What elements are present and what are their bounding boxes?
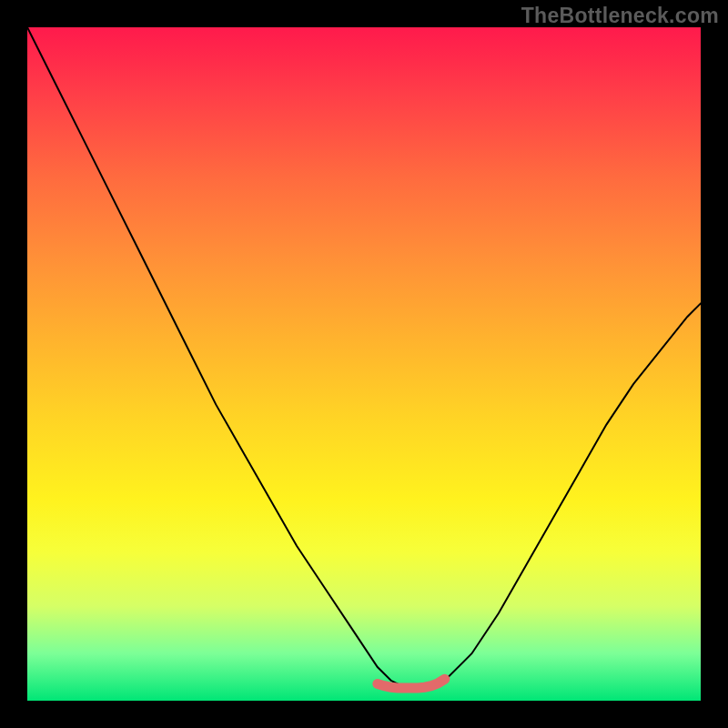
chart-frame: TheBottleneck.com	[0, 0, 728, 728]
bottleneck-curve-line	[27, 27, 701, 687]
plot-area	[27, 27, 701, 701]
optimal-marker-line	[378, 679, 445, 688]
chart-svg	[27, 27, 701, 701]
watermark-text: TheBottleneck.com	[521, 4, 719, 28]
